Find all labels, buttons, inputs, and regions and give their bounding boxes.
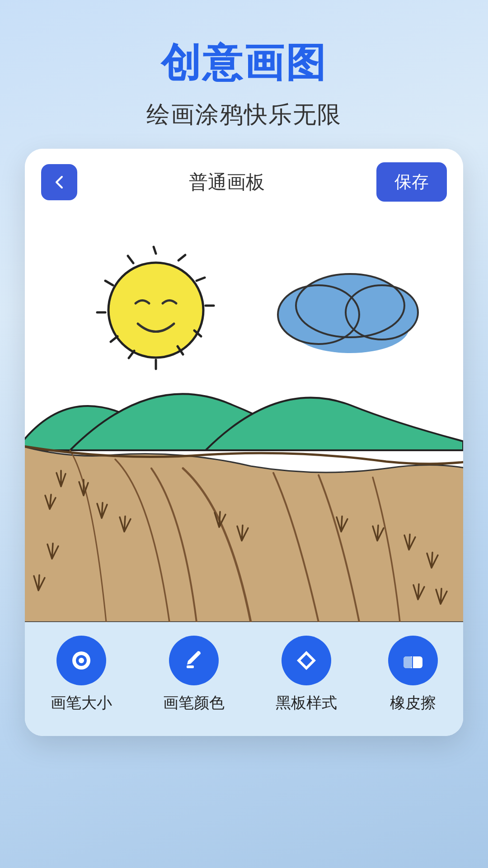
svg-point-23 (79, 658, 84, 663)
eraser-label: 橡皮擦 (390, 693, 436, 713)
header-section: 创意画图 绘画涂鸦快乐无限 (0, 0, 488, 149)
brush-size-icon[interactable] (56, 636, 106, 685)
board-style-icon[interactable] (282, 636, 331, 685)
toolbar: 画笔大小 画笔颜色 黑板样式 (25, 622, 463, 736)
svg-point-8 (108, 263, 203, 358)
brush-size-label: 画笔大小 (51, 693, 112, 713)
back-button[interactable] (41, 164, 77, 200)
tool-brush-size[interactable]: 画笔大小 (51, 636, 112, 713)
brush-color-label: 画笔颜色 (163, 693, 225, 713)
tool-brush-color[interactable]: 画笔颜色 (163, 636, 225, 713)
brush-color-icon[interactable] (169, 636, 219, 685)
tool-board-style[interactable]: 黑板样式 (276, 636, 337, 713)
save-button[interactable]: 保存 (376, 162, 447, 202)
drawing-canvas[interactable] (25, 215, 463, 622)
main-title: 创意画图 (0, 36, 488, 90)
svg-point-4 (291, 303, 409, 353)
card-title: 普通画板 (189, 170, 265, 195)
tool-eraser[interactable]: 橡皮擦 (388, 636, 438, 713)
svg-rect-24 (187, 665, 194, 668)
sub-title: 绘画涂鸦快乐无限 (0, 99, 488, 131)
drawing-card: 普通画板 保存 (25, 149, 463, 736)
eraser-icon[interactable] (388, 636, 438, 685)
svg-rect-28 (404, 656, 413, 668)
board-style-label: 黑板样式 (276, 693, 337, 713)
card-header: 普通画板 保存 (25, 149, 463, 215)
